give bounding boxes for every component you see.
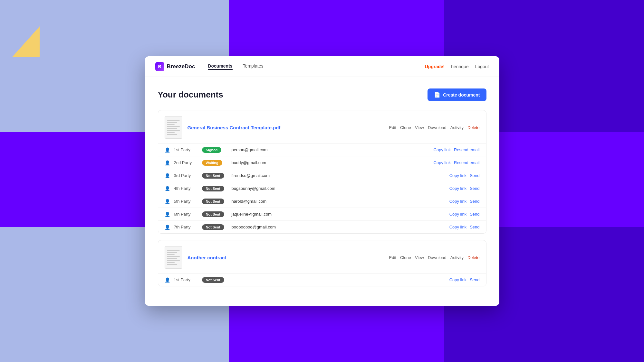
party-icon: 👤 xyxy=(165,147,170,153)
doc-action-clone[interactable]: Clone xyxy=(400,125,411,130)
app-window: B BreezeDoc Documents Templates Upgrade!… xyxy=(145,56,499,306)
party-label: 2nd Party xyxy=(174,160,198,165)
party-status: Not Sent xyxy=(202,172,228,179)
party-email: firendso@gmail.com xyxy=(232,173,446,178)
party-status: Not Sent xyxy=(202,277,228,283)
party-row-actions: Copy linkSend xyxy=(449,277,480,282)
party-row-actions: Copy linkResend email xyxy=(434,147,480,152)
doc-header-0: General Business Contract Template.pdf E… xyxy=(158,110,486,144)
status-badge: Not Sent xyxy=(202,277,224,283)
nav-templates[interactable]: Templates xyxy=(243,63,264,70)
doc-action-download[interactable]: Download xyxy=(428,255,447,260)
doc-title-0[interactable]: General Business Contract Template.pdf xyxy=(187,125,281,130)
page-title: Your documents xyxy=(158,90,223,100)
party-action-copy-link[interactable]: Copy link xyxy=(449,212,466,217)
doc-action-activity[interactable]: Activity xyxy=(450,125,464,130)
user-name: henrique xyxy=(451,64,469,69)
nav-right: Upgrade! henrique Logout xyxy=(425,64,489,69)
doc-action-edit[interactable]: Edit xyxy=(389,255,396,260)
party-label: 1st Party xyxy=(174,147,198,152)
party-action-copy-link[interactable]: Copy link xyxy=(449,277,466,282)
party-label: 4th Party xyxy=(174,186,198,191)
party-status: Not Sent xyxy=(202,198,228,204)
party-action-send[interactable]: Send xyxy=(470,277,479,282)
doc-actions-1: EditCloneViewDownloadActivityDelete xyxy=(389,255,480,260)
party-label: 6th Party xyxy=(174,212,198,217)
app-container: B BreezeDoc Documents Templates Upgrade!… xyxy=(145,56,499,306)
upgrade-link[interactable]: Upgrade! xyxy=(425,64,445,69)
party-action-send[interactable]: Send xyxy=(470,225,479,229)
nav-documents[interactable]: Documents xyxy=(208,63,232,70)
party-status: Waiting xyxy=(202,160,228,166)
document-card-0: General Business Contract Template.pdf E… xyxy=(158,110,486,234)
doc-action-delete[interactable]: Delete xyxy=(467,125,480,130)
party-action-copy-link[interactable]: Copy link xyxy=(449,225,466,229)
party-action-copy-link[interactable]: Copy link xyxy=(434,160,451,165)
status-badge: Not Sent xyxy=(202,199,224,204)
party-row-actions: Copy linkSend xyxy=(449,186,480,191)
party-email: jaqueline@gmail.com xyxy=(232,212,446,217)
party-action-copy-link[interactable]: Copy link xyxy=(449,199,466,204)
doc-title-1[interactable]: Another contract xyxy=(187,255,226,260)
party-status: Not Sent xyxy=(202,224,228,230)
party-row-actions: Copy linkSend xyxy=(449,225,480,229)
party-action-copy-link[interactable]: Copy link xyxy=(449,173,466,178)
party-email: person@gmail.com xyxy=(232,147,430,152)
party-status: Not Sent xyxy=(202,211,228,217)
nav-links: Documents Templates xyxy=(208,63,425,70)
doc-action-view[interactable]: View xyxy=(415,255,424,260)
party-row-actions: Copy linkResend email xyxy=(434,160,480,165)
doc-action-clone[interactable]: Clone xyxy=(400,255,411,260)
party-action-send[interactable]: Send xyxy=(470,199,479,204)
bg-triangle-decoration xyxy=(12,26,40,57)
doc-action-delete[interactable]: Delete xyxy=(467,255,480,260)
party-icon: 👤 xyxy=(165,277,170,283)
party-row-0-0: 👤 1st Party Signed person@gmail.com Copy… xyxy=(158,144,486,156)
party-action-resend-email[interactable]: Resend email xyxy=(454,160,480,165)
create-document-button[interactable]: 📄 Create document xyxy=(428,88,486,101)
party-action-send[interactable]: Send xyxy=(470,212,479,217)
page-header: Your documents 📄 Create document xyxy=(158,88,486,101)
party-action-send[interactable]: Send xyxy=(470,173,479,178)
logo-icon: B xyxy=(155,62,164,71)
party-label: 7th Party xyxy=(174,225,198,229)
party-label: 3rd Party xyxy=(174,173,198,178)
party-icon: 👤 xyxy=(165,212,170,217)
doc-action-download[interactable]: Download xyxy=(428,125,447,130)
logo-text: BreezeDoc xyxy=(167,63,195,70)
documents-list: General Business Contract Template.pdf E… xyxy=(158,110,486,286)
doc-action-view[interactable]: View xyxy=(415,125,424,130)
party-label: 1st Party xyxy=(174,277,198,282)
status-badge: Not Sent xyxy=(202,173,224,179)
party-email: boobooboo@gmail.com xyxy=(232,225,446,229)
create-document-icon: 📄 xyxy=(434,92,440,98)
party-row-actions: Copy linkSend xyxy=(449,212,480,217)
doc-thumbnail-1 xyxy=(165,246,182,269)
party-row-actions: Copy linkSend xyxy=(449,199,480,204)
doc-action-activity[interactable]: Activity xyxy=(450,255,464,260)
party-action-copy-link[interactable]: Copy link xyxy=(434,147,451,152)
doc-action-edit[interactable]: Edit xyxy=(389,125,396,130)
navigation: B BreezeDoc Documents Templates Upgrade!… xyxy=(145,56,499,77)
logo: B BreezeDoc xyxy=(155,62,195,71)
status-badge: Waiting xyxy=(202,160,222,166)
party-action-send[interactable]: Send xyxy=(470,186,479,191)
document-card-1: Another contract EditCloneViewDownloadAc… xyxy=(158,240,486,286)
party-icon: 👤 xyxy=(165,173,170,178)
create-document-label: Create document xyxy=(443,92,480,97)
party-row-0-3: 👤 4th Party Not Sent bugsbunny@gmail.com… xyxy=(158,182,486,195)
party-row-actions: Copy linkSend xyxy=(449,173,480,178)
party-status: Not Sent xyxy=(202,185,228,191)
party-label: 5th Party xyxy=(174,199,198,204)
party-row-0-2: 👤 3rd Party Not Sent firendso@gmail.com … xyxy=(158,169,486,182)
party-row-1-0: 👤 1st Party Not Sent Copy linkSend xyxy=(158,274,486,286)
party-email: bugsbunny@gmail.com xyxy=(232,186,446,191)
party-icon: 👤 xyxy=(165,186,170,191)
status-badge: Not Sent xyxy=(202,211,224,217)
party-icon: 👤 xyxy=(165,225,170,230)
logout-button[interactable]: Logout xyxy=(475,64,489,69)
party-action-resend-email[interactable]: Resend email xyxy=(454,147,480,152)
party-row-0-1: 👤 2nd Party Waiting buddy@gmail.com Copy… xyxy=(158,156,486,169)
party-action-copy-link[interactable]: Copy link xyxy=(449,186,466,191)
party-email: harold@gmail.com xyxy=(232,199,446,204)
